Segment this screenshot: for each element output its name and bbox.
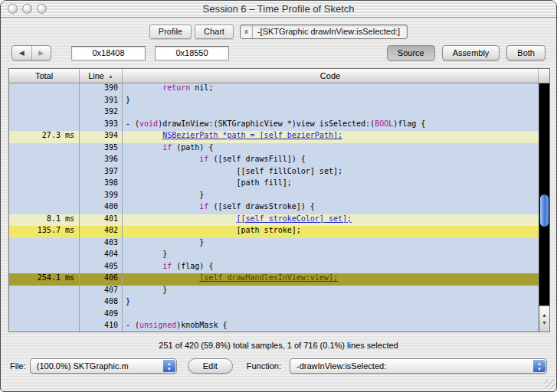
code-segment: [path stroke]; — [126, 226, 301, 234]
table-row[interactable]: 390 return nil; — [9, 83, 549, 96]
table-row[interactable]: 407 } — [9, 286, 549, 298]
table-row[interactable]: 398 [path fill]; — [9, 178, 549, 191]
function-popup-value: -drawInView:isSelected: — [297, 361, 386, 371]
total-cell: 27.3 ms — [9, 131, 80, 143]
column-header-line[interactable]: Line ▲ — [80, 69, 123, 83]
both-view-button[interactable]: Both — [506, 45, 546, 60]
tab-active-function[interactable]: x -[SKTGraphic drawInView:isSelected:] — [240, 24, 408, 39]
start-address-field[interactable] — [71, 46, 146, 60]
forward-button[interactable]: ▶ — [31, 46, 51, 60]
total-cell — [9, 155, 80, 167]
table-row[interactable]: 395 if (path) { — [9, 143, 549, 155]
edit-button[interactable]: Edit — [188, 358, 233, 374]
code-cell: } — [123, 96, 549, 108]
total-cell — [9, 178, 80, 191]
code-segment — [126, 262, 162, 270]
code-segment: )flag { — [393, 119, 425, 128]
line-number-cell: 400 — [80, 202, 123, 214]
code-cell: - (unsigned)knobMask { — [123, 321, 549, 332]
code-cell: if ([self drawsStroke]) { — [123, 202, 549, 214]
line-number-cell: 396 — [80, 155, 123, 167]
line-number-cell: 393 — [80, 119, 123, 132]
code-segment — [126, 273, 199, 282]
table-row[interactable]: 393- (void)drawInView:(SKTGraphicView *)… — [9, 119, 549, 132]
code-segment: )knobMask { — [176, 321, 227, 329]
table-header: Total Line ▲ Code — [9, 69, 549, 83]
table-row[interactable]: 254.1 ms406 [self drawHandlesInView:view… — [9, 273, 549, 286]
line-number-cell: 403 — [80, 238, 123, 250]
toolbar: ◀ ▶ Source Assembly Both — [11, 44, 546, 61]
code-segment: - ( — [126, 321, 139, 329]
code-segment: if — [199, 202, 208, 211]
code-cell: if ([self drawsFill]) { — [123, 155, 549, 167]
total-cell — [9, 309, 80, 322]
sort-ascending-icon: ▲ — [108, 74, 113, 79]
code-segment: )drawInView:(SKTGraphicView *)view isSel… — [158, 119, 375, 128]
zoom-window-button[interactable] — [37, 4, 47, 14]
code-segment: void — [139, 119, 158, 128]
source-view-button[interactable]: Source — [387, 45, 435, 60]
file-label: File: — [10, 361, 26, 371]
vertical-scrollbar[interactable]: ▲ ▼ — [539, 83, 549, 332]
line-number-cell: 397 — [80, 167, 123, 179]
column-header-total[interactable]: Total — [9, 69, 80, 83]
scrollbar-thumb[interactable] — [540, 194, 549, 227]
function-popup[interactable]: -drawInView:isSelected: ▲ ▼ — [290, 358, 547, 374]
code-segment: } — [126, 96, 130, 104]
table-row[interactable]: 399 } — [9, 191, 549, 203]
scroll-down-button[interactable]: ▼ — [542, 320, 547, 325]
close-window-button[interactable] — [8, 4, 18, 14]
table-row[interactable]: 396 if ([self drawsFill]) { — [9, 155, 549, 167]
end-address-field[interactable] — [155, 46, 229, 60]
table-row[interactable]: 404 } — [9, 250, 549, 262]
tab-profile[interactable]: Profile — [149, 24, 192, 39]
table-row[interactable]: 403 } — [9, 238, 549, 250]
window-titlebar[interactable]: Session 6 – Time Profile of Sketch — [1, 1, 556, 18]
line-number-cell: 401 — [80, 214, 123, 227]
table-row[interactable]: 135.7 ms402 [path stroke]; — [9, 226, 549, 238]
table-row[interactable]: 397 [[self fillColor] set]; — [9, 167, 549, 179]
table-row[interactable]: 405 if (flag) { — [9, 262, 549, 274]
line-number-cell: 406 — [80, 273, 123, 286]
table-row[interactable]: 410- (unsigned)knobMask { — [9, 321, 549, 332]
code-segment — [126, 214, 237, 223]
code-rows: 390 return nil;391}392393- (void)drawInV… — [9, 83, 549, 332]
code-cell — [123, 107, 549, 119]
table-row[interactable]: 409 — [9, 309, 549, 322]
table-row[interactable]: 391} — [9, 96, 549, 108]
table-row[interactable]: 400 if ([self drawsStroke]) { — [9, 202, 549, 214]
code-segment: } — [126, 286, 167, 294]
code-segment: nil; — [190, 83, 213, 92]
tab-chart[interactable]: Chart — [195, 24, 234, 39]
line-number-cell: 398 — [80, 178, 123, 191]
back-button[interactable]: ◀ — [12, 46, 31, 60]
total-cell — [9, 107, 80, 119]
code-segment: [[self fillColor] set]; — [126, 167, 342, 175]
table-row[interactable]: 408} — [9, 297, 549, 309]
line-number-cell: 408 — [80, 297, 123, 309]
table-row[interactable]: 8.1 ms401 [[self strokeColor] set]; — [9, 214, 549, 227]
total-cell — [9, 297, 80, 309]
total-cell — [9, 119, 80, 132]
line-number-cell: 399 — [80, 191, 123, 203]
total-cell — [9, 321, 80, 332]
code-segment — [126, 202, 199, 211]
file-popup[interactable]: (100.0%) SKTGraphic.m ▲ ▼ — [30, 358, 177, 374]
resize-grip[interactable] — [545, 380, 555, 390]
assembly-view-button[interactable]: Assembly — [442, 45, 500, 60]
code-cell: } — [123, 191, 549, 203]
total-cell: 254.1 ms — [9, 273, 80, 286]
code-cell: return nil; — [123, 83, 549, 96]
column-header-code[interactable]: Code — [123, 69, 539, 83]
close-tab-icon[interactable]: x — [241, 25, 253, 38]
line-number-cell: 394 — [80, 131, 123, 143]
code-cell: } — [123, 238, 549, 250]
line-number-cell: 395 — [80, 143, 123, 155]
minimize-window-button[interactable] — [22, 4, 32, 14]
table-row[interactable]: 392 — [9, 107, 549, 119]
code-segment: [path fill]; — [126, 178, 292, 187]
code-cell: [[self fillColor] set]; — [123, 167, 549, 179]
table-row[interactable]: 27.3 ms394 NSBezierPath *path = [self be… — [9, 131, 549, 143]
scroll-up-button[interactable]: ▲ — [542, 312, 547, 318]
code-segment: } — [126, 250, 167, 258]
